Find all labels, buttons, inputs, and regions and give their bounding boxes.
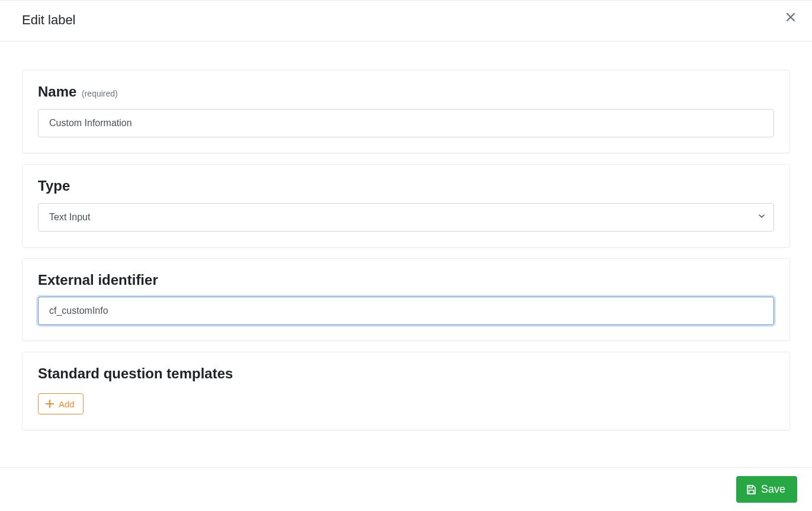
type-select-wrap: Text Input (38, 203, 774, 232)
add-template-button[interactable]: Add (38, 393, 84, 414)
close-icon (786, 8, 795, 25)
type-select[interactable]: Text Input (38, 203, 774, 232)
name-card: Name (required) (22, 70, 790, 153)
external-identifier-heading: External identifier (38, 272, 774, 289)
close-button[interactable] (784, 7, 798, 27)
svg-rect-1 (749, 490, 753, 494)
name-required-suffix: (required) (82, 89, 118, 98)
modal-footer: Save (0, 467, 812, 511)
external-identifier-card: External identifier (22, 258, 790, 342)
modal-header: Edit label (0, 0, 812, 41)
plus-icon (44, 398, 55, 409)
modal-body: Name (required) Type Text Input External… (0, 41, 812, 453)
save-icon (746, 484, 756, 495)
name-heading: Name (required) (38, 83, 774, 101)
save-button[interactable]: Save (736, 476, 797, 503)
name-input[interactable] (38, 109, 774, 137)
save-button-label: Save (761, 483, 785, 496)
name-label: Name (38, 83, 76, 99)
templates-card: Standard question templates Add (22, 352, 790, 430)
type-card: Type Text Input (22, 164, 790, 248)
add-template-label: Add (59, 399, 75, 409)
type-heading: Type (38, 178, 774, 195)
modal-title: Edit label (22, 12, 76, 28)
svg-rect-0 (749, 486, 752, 488)
external-identifier-input[interactable] (38, 297, 774, 325)
templates-heading: Standard question templates (38, 365, 774, 383)
